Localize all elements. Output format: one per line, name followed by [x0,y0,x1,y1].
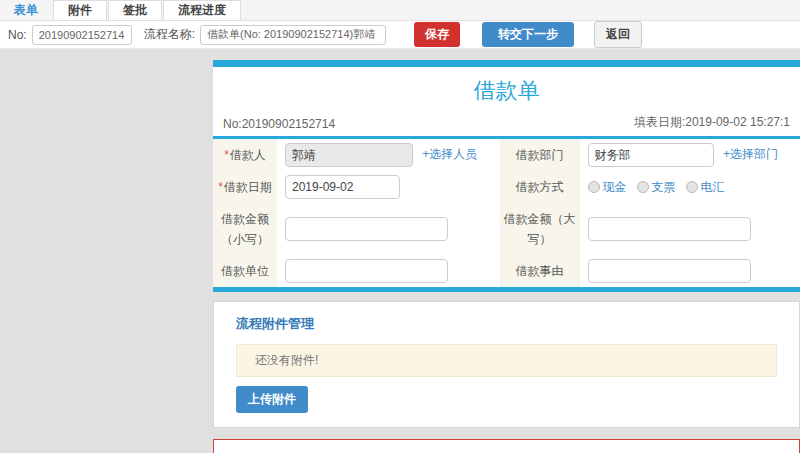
tab-bar: 表单 附件 签批 流程进度 [0,0,800,21]
amount-big-field-cell [580,203,800,255]
borrower-input[interactable] [285,143,413,167]
amount-small-label: 借款金额（小写） [221,212,269,246]
department-input[interactable] [588,143,714,167]
radio-wire[interactable]: 电汇 [686,179,725,196]
app-window: 表单 附件 签批 流程进度 No: 流程名称: 保存 转交下一步 返回 借款单 … [0,0,800,453]
table-row: 借款金额（小写） 借款金额（大写） [213,203,800,255]
content-area: 借款单 No:20190902152714 填表日期:2019-09-02 15… [0,50,800,453]
method-label-cell: 借款方式 [500,171,580,203]
loan-form-panel: 借款单 No:20190902152714 填表日期:2019-09-02 15… [213,60,800,292]
reason-label: 借款事由 [516,264,564,278]
select-person-link[interactable]: +选择人员 [422,147,477,161]
required-asterisk: * [218,180,223,194]
radio-circle-icon[interactable] [588,181,600,193]
amount-small-field-cell [277,203,500,255]
method-field-cell: 现金 支票 电汇 [580,171,800,203]
form-no-text: No:20190902152714 [223,117,335,131]
table-row: *借款人 +选择人员 借款部门 +选择部门 [213,139,800,171]
loan-date-field-cell [277,171,500,203]
panel-top-bar [213,60,800,67]
loan-date-input[interactable] [285,175,400,199]
process-name-label: 流程名称: [144,26,195,43]
loan-date-label-cell: *借款日期 [213,171,277,203]
form-title: 借款单 [213,67,800,110]
reason-input[interactable] [588,259,751,283]
no-input[interactable] [32,25,132,45]
attachments-title: 流程附件管理 [236,315,777,333]
borrower-label: 借款人 [230,148,266,162]
tab-progress[interactable]: 流程进度 [163,0,241,20]
no-attachments-alert: 还没有附件! [236,344,777,377]
borrower-field-cell: +选择人员 [277,139,500,171]
radio-wire-label: 电汇 [701,179,725,196]
amount-small-label-cell: 借款金额（小写） [213,203,277,255]
unit-field-cell [277,255,500,287]
process-name-input[interactable] [200,25,386,45]
radio-circle-icon[interactable] [637,181,649,193]
reason-field-cell [580,255,800,287]
department-field-cell: +选择部门 [580,139,800,171]
upload-attachment-button[interactable]: 上传附件 [236,386,308,413]
action-toolbar: No: 流程名称: 保存 转交下一步 返回 [0,21,800,49]
radio-cheque-label: 支票 [652,179,676,196]
unit-label: 借款单位 [221,264,269,278]
radio-cash[interactable]: 现金 [588,179,627,196]
required-asterisk: * [224,148,229,162]
tab-approval[interactable]: 签批 [108,0,162,20]
radio-circle-icon[interactable] [686,181,698,193]
amount-big-label: 借款金额（大写） [504,212,576,246]
loan-date-label: 借款日期 [224,180,272,194]
panel-bottom-bar [213,287,800,292]
table-row: *借款日期 借款方式 现金 [213,171,800,203]
form-meta-row: No:20190902152714 填表日期:2019-09-02 15:27:… [213,110,800,139]
select-department-link[interactable]: +选择部门 [723,147,778,161]
loan-form-table: *借款人 +选择人员 借款部门 +选择部门 [213,139,800,287]
table-row: 借款单位 借款事由 [213,255,800,287]
loan-method-radio-group: 现金 支票 电汇 [588,179,792,196]
attachments-panel: 流程附件管理 还没有附件! 上传附件 [213,301,800,428]
borrower-label-cell: *借款人 [213,139,277,171]
tab-form[interactable]: 表单 [0,0,52,20]
transfer-next-button[interactable]: 转交下一步 [482,22,574,47]
amount-small-input[interactable] [285,217,448,241]
method-label: 借款方式 [516,180,564,194]
radio-cash-label: 现金 [603,179,627,196]
form-date-text: 填表日期:2019-09-02 15:27:1 [634,114,790,131]
back-button[interactable]: 返回 [594,21,642,48]
amount-big-input[interactable] [588,217,751,241]
department-label: 借款部门 [516,148,564,162]
save-button[interactable]: 保存 [414,22,460,47]
unit-input[interactable] [285,259,448,283]
amount-big-label-cell: 借款金额（大写） [500,203,580,255]
tab-attachments[interactable]: 附件 [53,0,107,20]
radio-cheque[interactable]: 支票 [637,179,676,196]
department-label-cell: 借款部门 [500,139,580,171]
unit-label-cell: 借款单位 [213,255,277,287]
approval-panel: 流程签批意见 B I abc [213,439,800,453]
reason-label-cell: 借款事由 [500,255,580,287]
no-label: No: [8,28,27,42]
